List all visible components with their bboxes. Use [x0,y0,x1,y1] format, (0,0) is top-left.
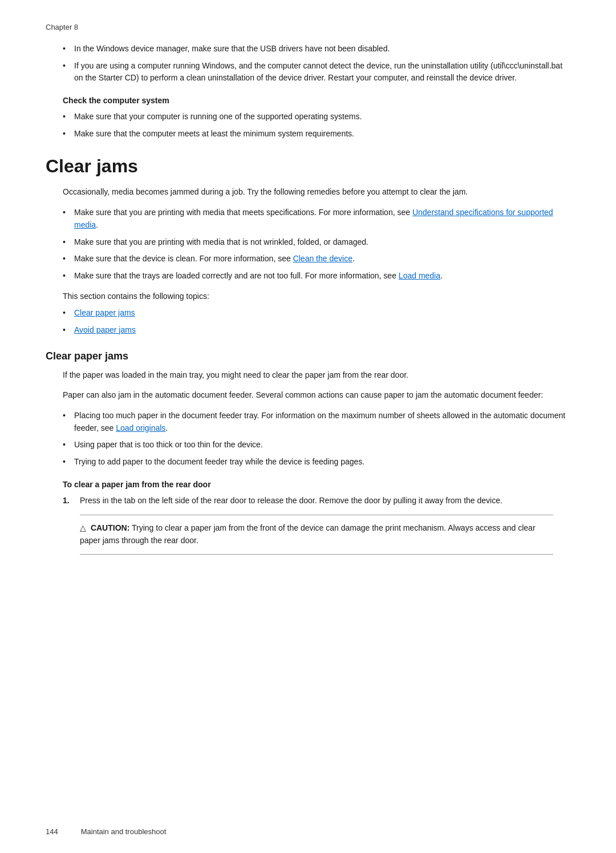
caution-box: △ CAUTION: Trying to clear a paper jam f… [80,515,553,554]
caution-label: CAUTION: [91,523,129,532]
link-clear-paper-jams[interactable]: Clear paper jams [74,308,135,317]
check-bullet-2: Make sure that the computer meets at lea… [46,128,570,140]
link-avoid-paper-jams[interactable]: Avoid paper jams [74,325,136,334]
footer-page-number: 144 [46,827,58,836]
topic-link-1[interactable]: Clear paper jams [46,307,570,320]
link-understand-specs[interactable]: Understand specifications for supported … [74,208,553,229]
clear-jams-title: Clear jams [46,156,570,177]
clear-paper-jams-para1: If the paper was loaded in the main tray… [63,369,570,382]
footer: 144 Maintain and troubleshoot [46,827,570,836]
procedure-heading: To clear a paper jam from the rear door [63,480,570,489]
intro-bullet-2: If you are using a computer running Wind… [46,60,570,84]
paper-jams-bullet-3: Trying to add paper to the document feed… [46,456,570,468]
paper-jams-bullet-2: Using paper that is too thick or too thi… [46,439,570,451]
chapter-label: Chapter 8 [46,23,570,31]
paper-jams-bullet-1: Placing too much paper in the document f… [46,410,570,434]
caution-text: Trying to clear a paper jam from the fro… [80,523,536,545]
topic-link-2[interactable]: Avoid paper jams [46,324,570,337]
check-computer-bullets: Make sure that your computer is running … [46,111,570,140]
intro-bullet-list: In the Windows device manager, make sure… [46,43,570,84]
clear-paper-jams-bullets: Placing too much paper in the document f… [46,410,570,468]
clear-paper-jams-para2: Paper can also jam in the automatic docu… [63,389,570,402]
check-bullet-1: Make sure that your computer is running … [46,111,570,123]
link-load-media[interactable]: Load media [399,271,440,280]
caution-triangle-icon: △ [80,522,86,535]
clear-paper-jams-heading: Clear paper jams [46,350,570,362]
intro-bullet-1: In the Windows device manager, make sure… [46,43,570,55]
link-clean-device[interactable]: Clean the device [293,254,352,263]
clear-jams-intro: Occasionally, media becomes jammed durin… [63,186,570,199]
step-number: 1. [63,495,70,507]
clear-jams-bullet-2: Make sure that you are printing with med… [46,236,570,249]
clear-jams-bullets: Make sure that you are printing with med… [46,207,570,282]
clear-jams-bullet-3: Make sure that the device is clean. For … [46,253,570,265]
step-1: 1. Press in the tab on the left side of … [46,495,570,507]
link-load-originals[interactable]: Load originals [116,423,165,432]
footer-section-label: Maintain and troubleshoot [81,827,167,836]
check-computer-heading: Check the computer system [63,96,570,105]
clear-jams-bullet-4: Make sure that the trays are loaded corr… [46,270,570,282]
topics-list: Clear paper jams Avoid paper jams [46,307,570,336]
steps-list: 1. Press in the tab on the left side of … [46,495,570,507]
clear-jams-bullet-1: Make sure that you are printing with med… [46,207,570,231]
topics-intro: This section contains the following topi… [63,290,570,303]
